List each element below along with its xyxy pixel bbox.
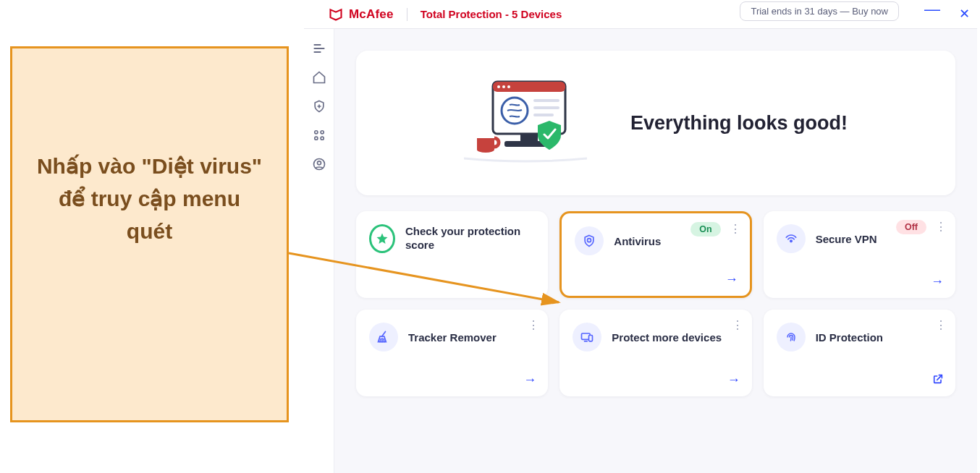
arrow-right-icon: → xyxy=(725,272,738,287)
trial-buy-button[interactable]: Trial ends in 31 days — Buy now xyxy=(740,1,899,21)
app-body: Everything looks good! Check your protec… xyxy=(304,29,977,473)
menu-icon[interactable] xyxy=(311,41,327,56)
svg-point-7 xyxy=(321,137,324,140)
hero-title: Everything looks good! xyxy=(630,112,848,135)
protection-score-card[interactable]: Check your protection score xyxy=(356,211,548,298)
svg-point-6 xyxy=(314,137,317,140)
svg-rect-19 xyxy=(520,134,538,141)
product-name: Total Protection - 5 Devices xyxy=(421,8,562,20)
svg-point-9 xyxy=(317,161,321,165)
status-badge-off: Off xyxy=(896,220,926,234)
brand-name: McAfee xyxy=(349,7,394,22)
annotation-text: Nhấp vào "Diệt virus" để truy cập menu q… xyxy=(34,150,266,247)
antivirus-card[interactable]: On ⋮ Antivirus → xyxy=(559,211,751,298)
main-content: Everything looks good! Check your protec… xyxy=(334,29,977,473)
card-menu-icon[interactable]: ⋮ xyxy=(935,318,947,332)
minimize-button[interactable]: — xyxy=(924,6,940,22)
home-icon[interactable] xyxy=(311,69,327,85)
account-icon[interactable] xyxy=(311,156,327,172)
secure-vpn-label: Secure VPN xyxy=(816,233,877,245)
brand-block: McAfee Total Protection - 5 Devices xyxy=(329,7,562,22)
devices-icon xyxy=(573,323,601,351)
svg-point-12 xyxy=(497,85,500,88)
antivirus-label: Antivirus xyxy=(614,235,661,247)
mcafee-app-window: McAfee Total Protection - 5 Devices Tria… xyxy=(304,0,977,473)
tracker-remover-label: Tracker Remover xyxy=(408,331,497,344)
svg-rect-26 xyxy=(589,336,593,341)
svg-rect-16 xyxy=(533,99,559,102)
arrow-right-icon: → xyxy=(727,372,740,388)
svg-rect-22 xyxy=(477,138,494,150)
card-menu-icon[interactable]: ⋮ xyxy=(935,220,947,234)
protect-devices-card[interactable]: ⋮ Protect more devices → xyxy=(559,310,751,396)
card-menu-icon[interactable]: ⋮ xyxy=(528,318,539,332)
vpn-icon xyxy=(777,224,806,253)
arrow-right-icon: → xyxy=(931,274,944,289)
svg-rect-17 xyxy=(533,106,559,109)
id-protection-label: ID Protection xyxy=(816,331,883,344)
hero-card: Everything looks good! xyxy=(356,51,955,195)
star-icon xyxy=(369,224,395,253)
protect-devices-label: Protect more devices xyxy=(612,331,722,344)
protection-score-label: Check your protection score xyxy=(405,225,535,252)
svg-point-14 xyxy=(507,85,510,88)
shield-plus-icon[interactable] xyxy=(311,98,327,114)
secure-vpn-card[interactable]: Off ⋮ Secure VPN → xyxy=(764,211,955,298)
close-button[interactable]: ✕ xyxy=(959,6,970,22)
svg-point-5 xyxy=(321,131,324,134)
svg-point-4 xyxy=(314,131,317,134)
arrow-right-icon: → xyxy=(523,372,536,388)
window-controls: — ✕ xyxy=(924,6,970,22)
card-menu-icon[interactable]: ⋮ xyxy=(730,222,741,236)
svg-point-23 xyxy=(588,239,591,242)
svg-point-24 xyxy=(790,240,792,242)
svg-point-13 xyxy=(502,85,505,88)
annotation-callout: Nhấp vào "Diệt virus" để truy cập menu q… xyxy=(10,46,289,422)
feature-grid: Check your protection score On ⋮ Antivir… xyxy=(356,211,955,396)
external-link-icon xyxy=(932,373,944,388)
sidebar xyxy=(304,29,334,473)
titlebar: McAfee Total Protection - 5 Devices Tria… xyxy=(304,0,977,29)
mcafee-logo-icon xyxy=(329,7,343,22)
antivirus-icon xyxy=(575,226,604,255)
tracker-remover-card[interactable]: ⋮ Tracker Remover → xyxy=(356,310,548,396)
broom-icon xyxy=(369,323,398,351)
hero-illustration xyxy=(464,69,587,177)
card-menu-icon[interactable]: ⋮ xyxy=(732,318,743,332)
fingerprint-icon xyxy=(777,323,806,351)
brand-separator xyxy=(407,8,407,21)
id-protection-card[interactable]: ⋮ ID Protection xyxy=(764,310,955,396)
apps-grid-icon[interactable] xyxy=(311,127,327,143)
svg-rect-18 xyxy=(533,114,554,116)
status-badge-on: On xyxy=(690,222,720,236)
